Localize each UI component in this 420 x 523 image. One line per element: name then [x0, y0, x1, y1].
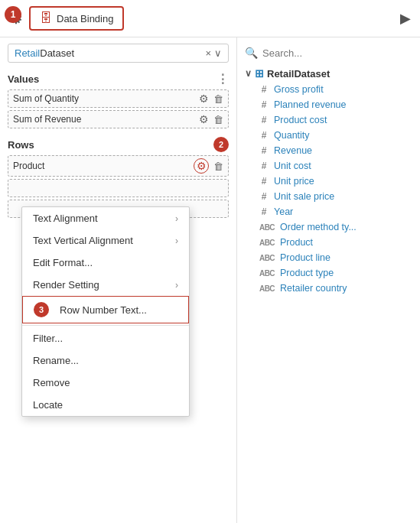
search-box: 🔍 — [237, 44, 420, 65]
database-icon: 🗄 — [40, 11, 52, 25]
tree-item-product-line[interactable]: ABCProduct line — [242, 250, 415, 265]
rows-header: Rows 2 — [8, 137, 229, 152]
badge-1: 1 — [5, 6, 21, 23]
tree-item-label: Retailer country — [280, 283, 347, 294]
type-indicator: # — [259, 130, 269, 141]
menu-item-label: Render Setting — [33, 279, 99, 291]
tree-item-quantity[interactable]: #Quantity — [242, 128, 415, 143]
values-menu-icon[interactable]: ⋮ — [217, 72, 229, 86]
sum-quantity-label: Sum of Quantity — [13, 93, 194, 104]
rows-label: Rows — [8, 139, 34, 151]
menu-item-label: Edit Format... — [33, 257, 93, 268]
menu-item-row-number-text[interactable]: 3Row Number Text... — [22, 296, 189, 323]
type-indicator: # — [259, 191, 269, 202]
tree-item-label: Gross profit — [274, 84, 324, 95]
tree-item-revenue[interactable]: #Revenue — [242, 143, 415, 158]
tree-item-product-type[interactable]: ABCProduct type — [242, 265, 415, 281]
product-label: Product — [13, 161, 189, 171]
product-trash-icon[interactable]: 🗑 — [213, 161, 223, 172]
search-icon: 🔍 — [245, 47, 258, 59]
tree-parent-label: RetailDataset — [267, 68, 330, 80]
tree-item-label: Planned revenue — [274, 99, 347, 110]
tree-item-label: Product cost — [274, 115, 327, 125]
sum-quantity-trash-icon[interactable]: 🗑 — [213, 93, 223, 105]
product-gear-icon[interactable]: ⚙ — [194, 158, 209, 174]
data-binding-label: Data Binding — [57, 13, 113, 24]
tree-parent-retaildataset[interactable]: ∨ ⊞ RetailDataset — [242, 65, 415, 82]
type-indicator: # — [259, 84, 269, 95]
menu-divider — [22, 325, 189, 326]
tree-item-planned-revenue[interactable]: #Planned revenue — [242, 97, 415, 112]
tree-chevron-icon: ∨ — [245, 68, 252, 79]
tree-item-year[interactable]: #Year — [242, 204, 415, 219]
menu-item-label: Rename... — [33, 355, 79, 366]
sum-revenue-trash-icon[interactable]: 🗑 — [213, 114, 223, 125]
menu-item-label: Locate — [33, 399, 63, 411]
dataset-selector[interactable]: RetailDataset × ∨ — [8, 44, 229, 63]
menu-item-remove[interactable]: Remove — [22, 372, 189, 394]
tree-item-unit-price[interactable]: #Unit price — [242, 174, 415, 189]
type-indicator: # — [259, 161, 269, 171]
values-section: Values ⋮ Sum of Quantity ⚙ 🗑 Sum of Reve… — [0, 69, 236, 134]
right-panel: 🔍 ∨ ⊞ RetailDataset #Gross profit#Planne… — [237, 37, 420, 523]
tree-item-unit-sale-price[interactable]: #Unit sale price — [242, 189, 415, 204]
sum-quantity-item: Sum of Quantity ⚙ 🗑 — [8, 89, 229, 108]
toolbar: 1 ⚙ 🗄 Data Binding ▶ — [0, 0, 420, 37]
product-row-item: Product ⚙ 🗑 — [8, 155, 229, 177]
tree-item-order-method-ty...[interactable]: ABCOrder method ty... — [242, 219, 415, 235]
type-indicator: ABC — [259, 254, 275, 262]
drop-zone-1 — [8, 179, 229, 197]
values-header: Values ⋮ — [8, 72, 229, 86]
tree-item-label: Order method ty... — [280, 222, 357, 232]
type-indicator: # — [259, 206, 269, 217]
search-input[interactable] — [262, 47, 412, 59]
tree-item-label: Unit price — [274, 176, 314, 187]
type-indicator: ABC — [259, 284, 275, 293]
type-indicator: # — [259, 176, 269, 187]
data-binding-button[interactable]: 🗄 Data Binding — [29, 6, 124, 31]
tree-item-label: Product line — [280, 252, 330, 263]
menu-item-rename[interactable]: Rename... — [22, 349, 189, 372]
sum-revenue-item: Sum of Revenue ⚙ 🗑 — [8, 110, 229, 128]
tree-item-gross-profit[interactable]: #Gross profit — [242, 82, 415, 97]
tree-item-retailer-country[interactable]: ABCRetailer country — [242, 281, 415, 296]
chevron-right-icon: › — [175, 236, 178, 246]
menu-item-filter[interactable]: Filter... — [22, 327, 189, 349]
sum-quantity-gear-icon[interactable]: ⚙ — [199, 93, 209, 105]
type-indicator: ABC — [259, 239, 275, 247]
main-container: 1 ⚙ 🗄 Data Binding ▶ RetailDataset × ∨ — [0, 0, 420, 523]
dataset-suffix: Dataset — [40, 47, 74, 59]
tree-item-unit-cost[interactable]: #Unit cost — [242, 158, 415, 174]
toggle-panel-button[interactable]: ▶ — [400, 10, 411, 27]
sum-revenue-gear-icon[interactable]: ⚙ — [199, 113, 209, 125]
menu-item-label: Remove — [33, 377, 70, 388]
dataset-close-button[interactable]: × — [205, 47, 211, 59]
chevron-right-icon: › — [175, 280, 178, 291]
menu-item-text-alignment[interactable]: Text Alignment› — [22, 207, 189, 229]
dataset-chevron-icon[interactable]: ∨ — [214, 47, 222, 59]
dataset-name: RetailDataset — [15, 47, 202, 59]
type-indicator: # — [259, 99, 269, 110]
tree-item-product-cost[interactable]: #Product cost — [242, 112, 415, 128]
context-menu: Text Alignment›Text Vertical Alignment›E… — [21, 206, 190, 417]
menu-item-text-vertical-alignment[interactable]: Text Vertical Alignment› — [22, 229, 189, 252]
tree-items-container: #Gross profit#Planned revenue#Product co… — [242, 82, 415, 296]
chevron-right-icon: › — [175, 213, 178, 224]
dataset-prefix: Retail — [15, 47, 40, 59]
menu-item-label: Text Vertical Alignment — [33, 235, 133, 246]
tree-item-label: Unit sale price — [274, 191, 334, 202]
tree-item-product[interactable]: ABCProduct — [242, 235, 415, 250]
sum-revenue-label: Sum of Revenue — [13, 114, 194, 125]
menu-item-locate[interactable]: Locate — [22, 394, 189, 416]
type-indicator: ABC — [259, 269, 275, 278]
tree-item-label: Revenue — [274, 145, 312, 156]
tree-item-label: Year — [274, 206, 293, 217]
menu-item-label: Row Number Text... — [60, 304, 147, 316]
tree-item-label: Product type — [280, 268, 334, 278]
menu-item-edit-format[interactable]: Edit Format... — [22, 252, 189, 274]
tree-item-label: Product — [280, 237, 313, 248]
values-label: Values — [8, 73, 39, 85]
menu-item-render-setting[interactable]: Render Setting› — [22, 274, 189, 296]
type-indicator: # — [259, 145, 269, 156]
tree-item-label: Quantity — [274, 130, 310, 141]
